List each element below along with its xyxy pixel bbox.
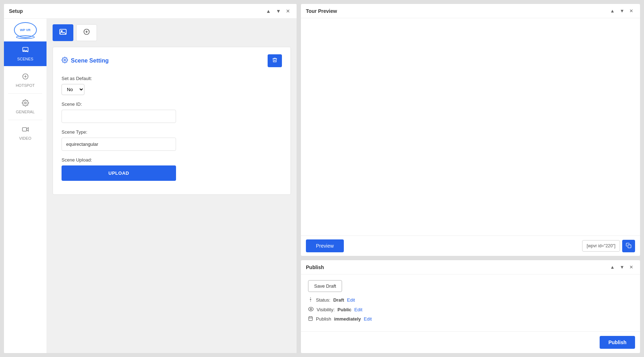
scene-setting-icon xyxy=(62,57,68,65)
visibility-row: Visibility: Public Edit xyxy=(308,307,633,312)
tour-preview-up[interactable]: ▲ xyxy=(608,8,616,14)
scene-type-group: Scene Type: xyxy=(62,129,282,151)
status-row: Status: Draft Edit xyxy=(308,297,633,303)
visibility-icon xyxy=(308,307,314,312)
scene-upload-group: Scene Upload: UPLOAD xyxy=(62,157,282,181)
status-value: Draft xyxy=(333,297,344,303)
scene-upload-label: Scene Upload: xyxy=(62,157,282,163)
tour-preview-controls: ▲ ▼ ✕ xyxy=(608,8,635,14)
scene-id-label: Scene ID: xyxy=(62,101,282,107)
shortcode-area: [wpvr id="220"] xyxy=(582,240,635,252)
scenes-icon xyxy=(22,46,29,55)
tour-preview-panel: Tour Preview ▲ ▼ ✕ Preview [wpvr id="220… xyxy=(301,4,640,256)
scenes-label: SCENES xyxy=(17,57,33,61)
shortcode-display: [wpvr id="220"] xyxy=(582,240,620,252)
visibility-label: Visibility: xyxy=(317,307,335,312)
save-draft-button[interactable]: Save Draft xyxy=(308,280,342,292)
right-panel: Tour Preview ▲ ▼ ✕ Preview [wpvr id="220… xyxy=(301,4,640,353)
sidebar-item-video[interactable]: VIDEO xyxy=(4,121,47,145)
content-area: Scene Setting Set as Default: No Yes xyxy=(47,19,297,353)
scene-card-title: Scene Setting xyxy=(62,57,109,65)
sidebar-item-hotspot[interactable]: HOTSPOT xyxy=(4,68,47,93)
publish-time-row: Publish immediately Edit xyxy=(308,316,633,322)
status-label: Status: xyxy=(316,297,330,303)
set-default-label: Set as Default: xyxy=(62,76,282,81)
status-icon xyxy=(308,297,313,303)
publish-header: Publish ▲ ▼ ✕ xyxy=(301,260,640,274)
setup-collapse-up[interactable]: ▲ xyxy=(264,8,272,15)
sidebar-item-general[interactable]: GENERAL xyxy=(4,94,47,119)
setup-close[interactable]: ✕ xyxy=(284,8,292,15)
scene-type-label: Scene Type: xyxy=(62,129,282,135)
publish-time-value: immediately xyxy=(334,316,361,322)
scene-id-group: Scene ID: xyxy=(62,101,282,123)
add-scene-button[interactable] xyxy=(76,24,97,41)
scene-card-header: Scene Setting xyxy=(62,54,282,67)
setup-panel-header: Setup ▲ ▼ ✕ xyxy=(4,4,297,19)
publish-time-label: Publish xyxy=(316,316,331,322)
svg-point-17 xyxy=(310,308,312,310)
logo-text: WP VR xyxy=(20,29,30,32)
publish-controls: ▲ ▼ ✕ xyxy=(608,264,635,271)
scene-type-input[interactable] xyxy=(62,138,176,151)
delete-scene-button[interactable] xyxy=(268,54,282,67)
setup-title: Setup xyxy=(9,8,23,14)
setup-header-controls: ▲ ▼ ✕ xyxy=(264,8,292,15)
setup-collapse-down[interactable]: ▼ xyxy=(274,8,282,15)
publish-time-edit-link[interactable]: Edit xyxy=(364,316,372,322)
tour-preview-title: Tour Preview xyxy=(306,8,337,14)
svg-point-13 xyxy=(310,299,311,300)
general-icon xyxy=(22,99,29,108)
svg-point-16 xyxy=(308,307,313,311)
calendar-icon xyxy=(308,316,313,322)
general-label: GENERAL xyxy=(16,110,35,114)
setup-panel: Setup ▲ ▼ ✕ WP VR xyxy=(4,4,297,353)
video-label: VIDEO xyxy=(19,136,31,140)
preview-button[interactable]: Preview xyxy=(306,239,344,252)
publish-up[interactable]: ▲ xyxy=(608,264,616,271)
scene-setting-title: Scene Setting xyxy=(71,58,109,64)
svg-rect-5 xyxy=(22,128,26,131)
tour-preview-down[interactable]: ▼ xyxy=(618,8,626,14)
preview-footer: Preview [wpvr id="220"] xyxy=(301,235,640,256)
visibility-value: Public xyxy=(337,307,351,312)
svg-rect-18 xyxy=(309,317,313,321)
publish-down[interactable]: ▼ xyxy=(618,264,626,271)
publish-body: Save Draft Status: Draft Edit Visibility… xyxy=(301,274,640,331)
tour-preview-header: Tour Preview ▲ ▼ ✕ xyxy=(301,4,640,18)
visibility-edit-link[interactable]: Edit xyxy=(354,307,362,312)
setup-body: WP VR SCENES HOTSPOT xyxy=(4,19,297,353)
publish-button[interactable]: Publish xyxy=(600,336,635,349)
upload-button[interactable]: UPLOAD xyxy=(62,165,176,181)
sidebar: WP VR SCENES HOTSPOT xyxy=(4,19,47,353)
scene-id-input[interactable] xyxy=(62,110,176,123)
svg-rect-12 xyxy=(628,245,631,248)
sidebar-logo: WP VR xyxy=(14,22,37,38)
sidebar-item-scenes[interactable]: SCENES xyxy=(4,41,47,66)
preview-area xyxy=(301,18,640,235)
publish-footer: Publish xyxy=(301,331,640,353)
publish-panel: Publish ▲ ▼ ✕ Save Draft Status: Draft E… xyxy=(301,260,640,353)
svg-point-4 xyxy=(24,102,26,104)
tour-preview-close[interactable]: ✕ xyxy=(628,8,635,14)
copy-shortcode-button[interactable] xyxy=(622,240,635,252)
status-edit-link[interactable]: Edit xyxy=(347,297,355,303)
hotspot-icon xyxy=(22,73,29,82)
hotspot-label: HOTSPOT xyxy=(16,83,35,88)
scene-toolbar xyxy=(53,24,291,41)
publish-close[interactable]: ✕ xyxy=(628,264,635,271)
set-as-default-group: Set as Default: No Yes xyxy=(62,76,282,95)
scene-card: Scene Setting Set as Default: No Yes xyxy=(53,47,291,195)
set-default-select[interactable]: No Yes xyxy=(62,84,84,95)
publish-title: Publish xyxy=(306,264,324,270)
image-tab-button[interactable] xyxy=(53,24,73,41)
video-icon xyxy=(22,126,29,135)
svg-point-11 xyxy=(64,59,66,61)
